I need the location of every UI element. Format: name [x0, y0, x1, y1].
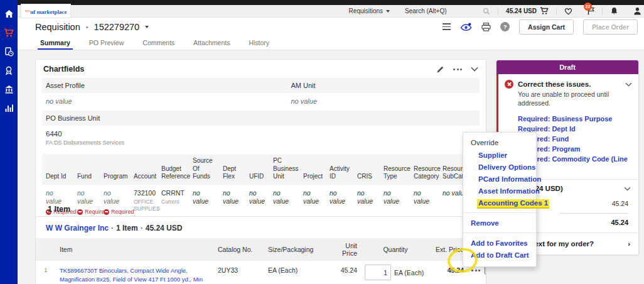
issues-title: Correct these issues. [518, 80, 591, 88]
notifications-button[interactable] [603, 7, 626, 15]
cart-summary[interactable]: 45.24 USD [498, 7, 556, 15]
field-value-am-unit: no value [291, 97, 317, 105]
caret-down-icon [386, 10, 390, 13]
title-separator: • [86, 23, 89, 31]
menu-item-remove[interactable]: Remove [463, 217, 536, 229]
supplier-header: W W Grainger Inc·1 Item·45.24 USD [36, 217, 486, 238]
col-header: Account [130, 173, 158, 181]
cell-program: no value Required [100, 189, 130, 216]
menu-item-pcard-information[interactable]: PCard Information [463, 173, 536, 185]
assign-cart-button[interactable]: Assign Cart [519, 19, 574, 35]
menu-header-override: Override [463, 136, 536, 149]
col-header: Dept Id [42, 173, 73, 181]
supplier-item-count: 1 Item [116, 224, 138, 232]
more-options-icon[interactable] [453, 68, 462, 70]
menu-item-accounting-codes[interactable]: Accounting Codes 1 [463, 197, 536, 209]
menu-item-add-to-draft-cart[interactable]: Add to Draft Cart [463, 249, 536, 261]
search-input[interactable]: Search (Alt+Q) [397, 8, 498, 15]
collapse-chevron-icon [624, 187, 631, 191]
item-select-checkbox[interactable] [485, 266, 486, 275]
col-header: Resource Category [410, 165, 439, 181]
line-item-menu-icon[interactable] [471, 270, 480, 271]
tab-attachments[interactable]: Attachments [193, 36, 230, 50]
field-label-asset-profile: Asset Profile [46, 82, 291, 89]
field-subvalue-po-business-unit: FA DS Disbursements Services [46, 139, 476, 146]
chevron-right-icon: › [628, 240, 630, 248]
chartfields-table-header: Dept Id Fund Program Account Budget Refe… [42, 154, 480, 185]
bar-chart-icon[interactable] [0, 99, 18, 117]
supplier-name-link[interactable]: W W Grainger Inc [46, 224, 109, 232]
favorites-button[interactable] [557, 8, 580, 15]
logo-text: uf marketplace [30, 9, 67, 15]
col-header: Budget Reference [158, 165, 189, 181]
cart-total-amount: 45.24 USD [506, 8, 537, 14]
line-item-context-menu: Override Supplier Delivery Options PCard… [463, 132, 537, 267]
menu-item-supplier[interactable]: Supplier [463, 149, 536, 161]
col-header: Program [100, 173, 130, 181]
item-catalog-no: 2UY33 [214, 266, 264, 274]
col-header-catalog: Catalog No. [214, 246, 264, 253]
cell-ufid: no value [245, 189, 269, 205]
place-order-button[interactable]: Place Order [583, 19, 638, 35]
col-header: UFID [245, 173, 269, 181]
requisitions-menu[interactable]: Requisitions [341, 8, 397, 14]
tabs-bar: Summary PO Preview Comments Attachments … [18, 36, 644, 50]
collapse-chevron-icon[interactable] [625, 82, 632, 87]
user-menu-button[interactable] [626, 7, 644, 15]
uf-marketplace-logo[interactable]: myuf marketplace [21, 4, 71, 18]
home-icon[interactable] [0, 4, 18, 23]
menu-item-delivery-options[interactable]: Delivery Options [463, 161, 536, 173]
chartfields-card: Chartfields Asset Profile AM Unit no val… [35, 59, 486, 237]
bank-icon[interactable] [0, 80, 18, 99]
search-icon [483, 8, 490, 15]
print-icon[interactable] [481, 23, 491, 31]
browser-top-strip [18, 0, 644, 5]
issue-link-business-purpose[interactable]: Required: Business Purpose [518, 114, 632, 124]
cell-cris: no value [353, 189, 380, 205]
app-header-bar: myuf marketplace Requisitions Search (Al… [18, 5, 644, 18]
cell-budget-reference: CRRNT Current [158, 189, 189, 206]
edit-pencil-icon[interactable] [436, 65, 444, 74]
col-header-size: Size/Packaging [264, 246, 326, 253]
shopping-cart-icon[interactable] [0, 23, 18, 42]
tab-summary[interactable]: Summary [40, 36, 70, 50]
quantity-input[interactable] [365, 265, 391, 280]
chartfields-label-row: PO Business Unit [42, 111, 480, 126]
tab-comments[interactable]: Comments [142, 36, 174, 50]
document-clock-icon[interactable] [0, 42, 18, 61]
item-line-number: 1 [36, 266, 56, 273]
tab-history[interactable]: History [249, 36, 269, 50]
cell-source-of-funds: no value [189, 189, 219, 205]
col-header: Resource Type [380, 165, 410, 181]
field-label-po-business-unit: PO Business Unit [46, 114, 100, 122]
help-icon[interactable]: ? [500, 22, 510, 31]
award-icon[interactable] [0, 61, 18, 80]
col-header-quantity: Quantity [361, 246, 430, 253]
quantity-uom: EA (Each) [394, 269, 424, 276]
caret-down-icon[interactable] [145, 26, 149, 28]
requisition-number[interactable]: 152279270 [94, 22, 140, 32]
item-ext-price: 45.24 [430, 266, 468, 274]
col-header-item: Item [56, 246, 214, 253]
col-header: Activity ID [326, 165, 353, 181]
watch-eye-icon[interactable] [460, 23, 472, 31]
collapse-chevron-icon[interactable] [471, 67, 478, 72]
col-header: PC Business Unit [269, 157, 299, 181]
action-items-button[interactable]: 22 [580, 7, 602, 15]
item-description-link[interactable]: TK58966730T Binoculars, Compact Wide Ang… [56, 266, 214, 283]
draft-status-badge: Draft [496, 60, 638, 74]
items-table-header: Item Catalog No. Size/Packaging Unit Pri… [36, 238, 486, 261]
supplier-items-card: W W Grainger Inc·1 Item·45.24 USD Item C… [35, 216, 486, 284]
menu-item-add-to-favorites[interactable]: Add to Favorites [463, 237, 536, 249]
tab-po-preview[interactable]: PO Preview [89, 36, 124, 50]
divider [463, 232, 536, 233]
menu-item-asset-information[interactable]: Asset Information [463, 185, 536, 197]
col-header: Fund [73, 173, 100, 181]
item-row: 1 TK58966730T Binoculars, Compact Wide A… [36, 261, 486, 284]
requisitions-menu-label: Requisitions [349, 8, 383, 14]
menu-hamburger-icon[interactable] [443, 23, 451, 30]
issues-subtitle: You are unable to proceed until addresse… [518, 90, 632, 107]
cell-dept-flex: no value [219, 189, 245, 205]
cell-resource-category: no value [410, 189, 439, 205]
item-unit-price: 45.24 [326, 266, 361, 274]
